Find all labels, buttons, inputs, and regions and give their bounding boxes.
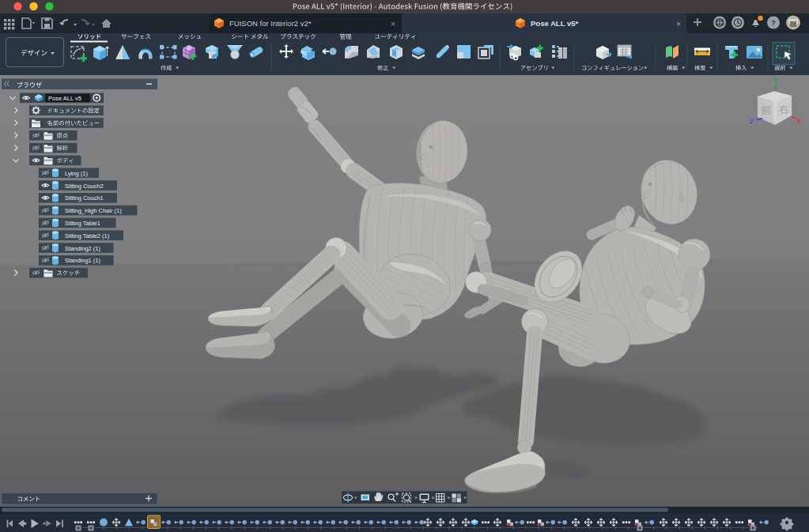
- svg-text:Sitting Couch1: Sitting Couch1: [65, 194, 104, 202]
- svg-text:Y: Y: [773, 77, 777, 84]
- svg-text:?: ?: [771, 19, 776, 27]
- svg-text:Sitting Table2 (1): Sitting Table2 (1): [65, 232, 110, 240]
- svg-text:FUISON for Interior2 v2*: FUISON for Interior2 v2*: [229, 19, 312, 28]
- svg-text:Lying (1): Lying (1): [65, 170, 88, 177]
- svg-text:×: ×: [676, 19, 681, 28]
- svg-text:X: X: [796, 118, 800, 125]
- svg-text:Pose ALL v5: Pose ALL v5: [48, 95, 81, 102]
- svg-text:Pose ALL v5*: Pose ALL v5*: [531, 19, 578, 28]
- svg-text:Standing2 (1): Standing2 (1): [65, 245, 101, 252]
- svg-text:×: ×: [391, 19, 395, 28]
- svg-text:Sitting Table1: Sitting Table1: [65, 220, 100, 227]
- svg-text:Sitting Couch2: Sitting Couch2: [65, 183, 104, 190]
- svg-text:Sitting_High Chair (1): Sitting_High Chair (1): [65, 207, 122, 214]
- svg-text:Z: Z: [750, 118, 754, 125]
- svg-text:Standing1 (1): Standing1 (1): [65, 257, 101, 264]
